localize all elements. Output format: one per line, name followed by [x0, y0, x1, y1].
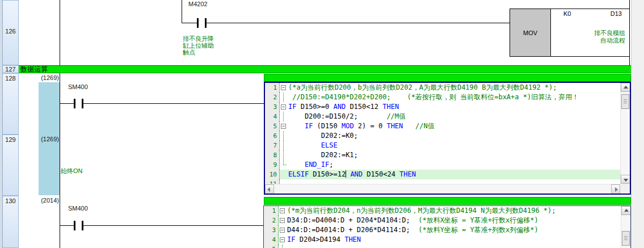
rung126-wire-a	[182, 23, 197, 23]
st-line-number: 5	[265, 121, 280, 131]
fold-collapse-icon[interactable]: −	[280, 102, 288, 112]
st-line-number: 2	[265, 93, 280, 102]
contact-label-sm400-a: SM400	[68, 83, 88, 90]
st-code-line[interactable]: 10ELSIF D150>=12 AND D150<24 THEN	[265, 170, 620, 179]
step-number-1269-b: (1269)	[35, 136, 59, 142]
editor-right-margin	[631, 0, 644, 248]
fold-guide	[280, 112, 288, 121]
branch-wire-vertical	[182, 0, 182, 23]
st-lines: 1−(*m为当前行数D204，n为当前列数D206，M为最大行数D4194 N为…	[264, 206, 621, 248]
st-code-text: ELSIF D150>=12 AND D150<24 THEN	[288, 170, 416, 179]
scroll-right-icon[interactable]	[611, 184, 620, 194]
contact-m4202[interactable]	[197, 18, 207, 28]
st-line-number: 5	[264, 245, 279, 248]
st-line-number: 1	[265, 83, 280, 93]
mov-instruction-block[interactable]: MOV K0 D13 排不良模组 自动流程	[510, 9, 630, 57]
fold-collapse-icon[interactable]: −	[279, 206, 287, 216]
rung128-wire-b	[82, 103, 264, 104]
st-code-line[interactable]: 5	[264, 245, 621, 248]
st-code-text: IF (D150 MOD 2) = 0 THEN //N值	[288, 121, 435, 131]
horizontal-scrollbar[interactable]	[265, 184, 620, 194]
st-code-line[interactable]: 6 D202:=K0;	[265, 131, 620, 141]
st-code-text: (*a为当前行数D200，b为当前列数D202，A为最大行数D4190 B为最大…	[288, 83, 557, 93]
left-rail-lower	[60, 73, 60, 248]
rung130-wire-a	[60, 225, 74, 226]
st-code-line[interactable]: 1−(*m为当前行数D204，n为当前列数D206，M为最大行数D4194 N为…	[264, 206, 621, 216]
st-code-text: D200:=D150/2; //M值	[288, 112, 406, 121]
mov-dest-comment: 排不良模组 自动流程	[594, 30, 625, 44]
fold-guide	[280, 150, 288, 160]
scroll-down-icon[interactable]	[621, 175, 630, 184]
row-number-126[interactable]: 126	[2, 0, 19, 65]
fold-guide	[280, 131, 288, 141]
contact-label-m4202: M4202	[188, 1, 208, 7]
fold-guide	[280, 93, 288, 102]
vertical-scrollbar[interactable]	[621, 206, 630, 248]
fold-guide	[280, 179, 288, 184]
section-statement-bar[interactable]: 数据运算	[19, 65, 631, 73]
row-number-129[interactable]: 129	[2, 134, 19, 196]
scroll-up-icon[interactable]	[621, 206, 631, 215]
row-number-128[interactable]: 128	[2, 73, 19, 134]
fold-collapse-icon[interactable]: −	[279, 216, 287, 225]
contact-bar-icon	[82, 221, 83, 230]
contact-sm400-b[interactable]	[74, 221, 83, 230]
contact-comment-sm400: 始终ON	[61, 167, 83, 174]
right-rail-top	[629, 0, 630, 9]
st-code-line[interactable]: 3−D44:D:=D4014:D + D206*D4114:D; (*放料Y坐标…	[264, 225, 621, 235]
inline-st-box-1[interactable]: 1−(*a为当前行数D200，b为当前列数D202，A为最大行数D4190 B为…	[264, 82, 631, 195]
st-code-text: ELSE	[288, 141, 338, 150]
scrollbar-thumb[interactable]	[622, 231, 630, 246]
st-line-number: 2	[264, 216, 279, 225]
st-code-text: (*m为当前行数D204，n为当前列数D206，M为最大行数D4194 N为最大…	[287, 206, 556, 216]
rung126-wire-b	[207, 23, 510, 23]
st-code-line[interactable]: 2−D34:D:=D4004:D + D204*D4104:D; (*放料X坐标…	[264, 216, 621, 225]
contact-bar-icon	[74, 99, 75, 108]
st-line-number: 9	[265, 160, 280, 170]
scroll-left-icon[interactable]	[265, 184, 274, 194]
st-line-number: 1	[264, 206, 279, 216]
scrollbar-thumb[interactable]	[621, 94, 629, 109]
st-code-text: D202:=K0;	[288, 131, 358, 141]
contact-comment-m4202: 排不良升降 缸上位辅助 触点	[183, 35, 214, 56]
contact-label-sm400-b: SM400	[68, 205, 88, 212]
row-number-gutter: 126 127 128 129 130	[0, 0, 19, 248]
st-code-line[interactable]: 5− IF (D150 MOD 2) = 0 THEN //N值	[265, 121, 620, 131]
st-code-line[interactable]: 1−(*a为当前行数D200，b为当前列数D202，A为最大行数D4190 B为…	[265, 83, 620, 93]
inline-st-box-2[interactable]: 1−(*m为当前行数D204，n为当前列数D206，M为最大行数D4194 N为…	[263, 205, 631, 248]
scroll-up-icon[interactable]	[621, 83, 630, 92]
contact-bar-icon	[82, 99, 83, 108]
st-code-text: END_IF;	[288, 160, 334, 170]
right-rail-bottom	[629, 56, 630, 66]
fold-collapse-icon[interactable]: −	[279, 225, 287, 235]
contact-sm400-a[interactable]	[74, 99, 83, 108]
st-code-line[interactable]: 7 ELSE	[265, 141, 620, 150]
st-code-line[interactable]: 9 END_IF;	[265, 160, 620, 170]
st-code-line[interactable]: 8 D202:=K1;	[265, 150, 620, 160]
st-code-line[interactable]: 4 D200:=D150/2; //M值	[265, 112, 620, 121]
st-line-number: 8	[265, 150, 280, 160]
st-line-number: 10	[265, 170, 280, 179]
contact-bar-icon	[197, 18, 199, 28]
st-line-number: 3	[264, 225, 279, 235]
row-number-130[interactable]: 130	[2, 196, 19, 248]
fold-collapse-icon[interactable]: −	[280, 121, 288, 131]
fold-guide	[280, 160, 288, 170]
row-number-127[interactable]: 127	[2, 65, 19, 73]
fold-collapse-icon[interactable]: −	[279, 235, 287, 245]
contact-bar-icon	[205, 18, 207, 28]
st-code-line[interactable]: 11	[265, 179, 620, 184]
st-code-line[interactable]: 2 //D150:=D4190*D202+D200; (*若按行取，则 当前取料…	[265, 93, 620, 102]
st-line-number: 7	[265, 141, 280, 150]
st-code-text: D202:=K1;	[288, 150, 358, 160]
fold-guide	[280, 141, 288, 150]
st-code-line[interactable]: 3−IF D150>=0 AND D150<12 THEN	[265, 102, 620, 112]
mov-operands: K0 D13 排不良模组 自动流程	[551, 9, 629, 56]
st-code-text: IF D150>=0 AND D150<12 THEN	[288, 102, 399, 112]
fold-collapse-icon[interactable]: −	[280, 83, 288, 93]
st-code-text: D34:D:=D4004:D + D204*D4104:D; (*放料X坐标 =…	[287, 216, 538, 225]
rung130-wire-b	[82, 225, 263, 226]
st-code-line[interactable]: 4−IF D204>D4194 THEN	[264, 235, 621, 245]
vertical-scrollbar[interactable]	[620, 83, 630, 184]
scrollbar-corner	[620, 184, 630, 194]
